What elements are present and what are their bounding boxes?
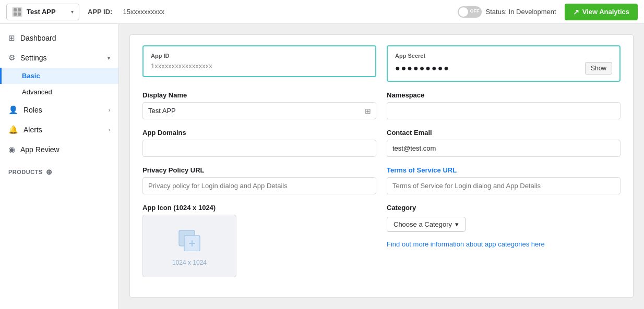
sidebar-item-roles[interactable]: 👤 Roles ›	[0, 100, 118, 120]
sidebar-basic-label: Basic	[22, 72, 40, 80]
contact-email-label: Contact Email	[387, 129, 621, 137]
settings-icon: ⚙	[8, 53, 15, 63]
app-secret-highlighted-box: App Secret ●●●●●●●●● Show	[387, 45, 621, 82]
upload-icon	[177, 226, 202, 256]
svg-rect-1	[14, 8, 17, 11]
sidebar-item-alerts[interactable]: 🔔 Alerts ›	[0, 120, 118, 140]
form-group-terms-of-service: Terms of Service URL	[387, 166, 621, 194]
category-dropdown-wrapper: Choose a Category ▾	[387, 217, 621, 232]
form-group-namespace: Namespace	[387, 91, 621, 119]
display-name-wrapper: ⊞	[142, 102, 376, 119]
layout: ⊞ Dashboard ⚙ Settings ▾ Basic Advanced …	[0, 24, 644, 309]
chevron-right-icon2: ›	[109, 127, 110, 133]
terms-of-service-label: Terms of Service URL	[387, 166, 621, 174]
app-secret-row: ●●●●●●●●● Show	[395, 62, 612, 75]
form-group-category: Category Choose a Category ▾ Find out mo…	[387, 204, 621, 248]
form-group-app-icon: App Icon (1024 x 1024) 1024 x 1024	[142, 204, 376, 277]
svg-rect-3	[14, 13, 17, 16]
analytics-icon: ↗	[573, 8, 579, 16]
chevron-down-icon: ▾	[71, 9, 74, 15]
app-icon-size-label: 1024 x 1024	[172, 259, 207, 266]
app-domains-label: App Domains	[142, 129, 376, 137]
form-group-app-domains: App Domains	[142, 129, 376, 157]
sidebar-settings-label: Settings	[20, 54, 102, 62]
app-icon	[12, 7, 22, 17]
category-dropdown-label: Choose a Category	[393, 220, 452, 228]
app-domains-input[interactable]	[142, 140, 376, 157]
add-product-icon[interactable]: ⊕	[46, 168, 53, 176]
form-row-2: Display Name ⊞ Namespace	[142, 91, 621, 119]
app-id-highlighted-box: App ID 1xxxxxxxxxxxxxxxxx	[142, 45, 376, 77]
category-dropdown[interactable]: Choose a Category ▾	[387, 217, 466, 232]
dropdown-arrow-icon: ▾	[455, 220, 459, 228]
display-name-label: Display Name	[142, 91, 376, 99]
namespace-input[interactable]	[387, 102, 621, 119]
namespace-label: Namespace	[387, 91, 621, 99]
dashboard-icon: ⊞	[8, 33, 15, 43]
topbar: Test APP ▾ APP ID: 15xxxxxxxxxx OFF Stat…	[0, 0, 644, 24]
app-review-icon: ◉	[8, 145, 15, 154]
app-id-value: 15xxxxxxxxxx	[123, 8, 164, 16]
sidebar: ⊞ Dashboard ⚙ Settings ▾ Basic Advanced …	[0, 24, 119, 309]
edit-icon: ⊞	[365, 107, 371, 115]
app-id-label: App ID	[151, 53, 368, 59]
products-section-label: PRODUCTS ⊕	[0, 159, 118, 178]
status-toggle[interactable]: OFF	[458, 6, 482, 18]
sidebar-advanced-label: Advanced	[22, 88, 52, 96]
roles-icon: 👤	[8, 105, 18, 115]
category-info-text: Find out more information about app cate…	[387, 240, 531, 248]
sidebar-item-dashboard[interactable]: ⊞ Dashboard	[0, 28, 118, 48]
display-name-input[interactable]	[142, 102, 376, 119]
category-info: Find out more information about app cate…	[387, 240, 621, 248]
app-id-value: 1xxxxxxxxxxxxxxxxx	[151, 62, 368, 70]
sidebar-item-basic[interactable]: Basic	[0, 68, 118, 84]
app-name: Test APP	[27, 8, 67, 16]
app-icon-label: App Icon (1024 x 1024)	[142, 204, 376, 212]
show-secret-button[interactable]: Show	[585, 62, 612, 75]
view-analytics-button[interactable]: ↗ View Analytics	[565, 4, 638, 20]
form-card: App ID 1xxxxxxxxxxxxxxxxx App Secret ●●●…	[129, 34, 634, 298]
sidebar-item-app-review[interactable]: ◉ App Review	[0, 140, 118, 159]
form-group-app-secret: App Secret ●●●●●●●●● Show	[387, 45, 621, 82]
category-info-link[interactable]: here	[531, 240, 545, 248]
chevron-down-icon: ▾	[108, 55, 110, 61]
form-group-privacy-policy: Privacy Policy URL	[142, 166, 376, 194]
main-content: App ID 1xxxxxxxxxxxxxxxxx App Secret ●●●…	[119, 24, 644, 309]
form-group-app-id: App ID 1xxxxxxxxxxxxxxxxx	[142, 45, 376, 82]
svg-rect-4	[18, 13, 21, 16]
app-id-label: APP ID:	[88, 8, 112, 16]
toggle-label: OFF	[470, 8, 480, 14]
sidebar-item-settings[interactable]: ⚙ Settings ▾	[0, 48, 118, 68]
sidebar-alerts-label: Alerts	[23, 126, 103, 134]
terms-of-service-input[interactable]	[387, 177, 621, 194]
form-group-display-name: Display Name ⊞	[142, 91, 376, 119]
view-analytics-label: View Analytics	[582, 8, 629, 16]
form-row-4: Privacy Policy URL Terms of Service URL	[142, 166, 621, 194]
app-icon-upload[interactable]: 1024 x 1024	[142, 215, 236, 277]
app-selector[interactable]: Test APP ▾	[6, 4, 79, 20]
form-row-1: App ID 1xxxxxxxxxxxxxxxxx App Secret ●●●…	[142, 45, 621, 82]
privacy-policy-label: Privacy Policy URL	[142, 166, 376, 174]
sidebar-item-advanced[interactable]: Advanced	[0, 84, 118, 100]
chevron-right-icon: ›	[109, 107, 110, 113]
alerts-icon: 🔔	[8, 125, 18, 134]
status-label: Status: In Development	[486, 8, 556, 16]
form-row-5: App Icon (1024 x 1024) 1024 x 1024	[142, 204, 621, 277]
app-secret-label: App Secret	[395, 53, 612, 59]
category-label: Category	[387, 204, 621, 212]
form-group-contact-email: Contact Email	[387, 129, 621, 157]
sidebar-roles-label: Roles	[23, 106, 103, 114]
contact-email-input[interactable]	[387, 140, 621, 157]
sidebar-app-review-label: App Review	[20, 145, 110, 154]
form-row-3: App Domains Contact Email	[142, 129, 621, 157]
sidebar-dashboard-label: Dashboard	[20, 34, 110, 42]
app-secret-dots: ●●●●●●●●●	[395, 64, 450, 73]
privacy-policy-input[interactable]	[142, 177, 376, 194]
toggle-container: OFF Status: In Development	[458, 6, 556, 18]
svg-rect-2	[18, 8, 21, 11]
